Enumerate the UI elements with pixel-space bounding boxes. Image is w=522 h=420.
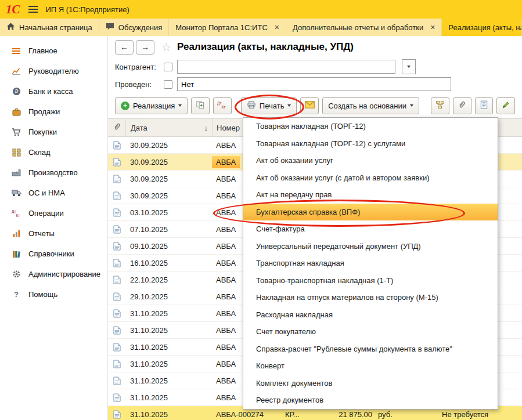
cell-number[interactable]: АВБА <box>216 376 236 385</box>
kontragent-dropdown-button[interactable] <box>402 59 416 74</box>
main-menu-icon[interactable] <box>28 4 38 15</box>
print-menu-item-3[interactable]: Акт об оказании услуг (с датой и автором… <box>243 169 498 187</box>
send-email-button[interactable] <box>300 97 319 114</box>
sidebar-item-11[interactable]: Администрирование <box>0 264 107 284</box>
cell-number[interactable]: АВБА <box>216 343 236 352</box>
sidebar-item-0[interactable]: Главное <box>0 41 107 61</box>
cell-date[interactable]: 30.09.2025 <box>125 158 213 166</box>
tab-3[interactable]: Дополнительные отчеты и обработки× <box>286 19 442 36</box>
cell-date[interactable]: 09.10.2025 <box>125 242 213 251</box>
sidebar-item-12[interactable]: ?Помощь <box>0 284 107 305</box>
cell-date[interactable]: 29.10.2025 <box>125 292 213 301</box>
cell-date[interactable]: 31.10.2025 <box>125 393 213 402</box>
related-documents-button[interactable] <box>431 97 449 114</box>
favorite-star-icon[interactable]: ☆ <box>161 41 171 54</box>
cell-number[interactable]: АВБА <box>216 309 236 318</box>
cell-number[interactable]: АВБА <box>216 191 236 200</box>
tab-close-icon[interactable]: × <box>430 23 435 31</box>
print-menu-item-1[interactable]: Товарная накладная (ТОРГ-12) с услугами <box>243 135 498 153</box>
cell-date[interactable]: 07.10.2025 <box>125 225 213 234</box>
cell-date[interactable]: 31.10.2025 <box>125 376 213 385</box>
sidebar-item-2[interactable]: ₽Банк и касса <box>0 81 107 102</box>
create-based-on-button[interactable]: Создать на основании <box>322 97 419 114</box>
kontragent-checkbox[interactable] <box>164 63 172 71</box>
print-menu-item-0[interactable]: Товарная накладная (ТОРГ-12) <box>243 118 498 135</box>
cell-number[interactable]: АВБА <box>216 225 236 234</box>
print-menu-item-6[interactable]: Счет-фактура <box>243 220 498 238</box>
list-report-icon <box>480 100 488 111</box>
cell-date[interactable]: 22.10.2025 <box>125 276 213 284</box>
print-menu-item-4[interactable]: Акт на передачу прав <box>243 186 498 204</box>
cell-number[interactable]: АВБА <box>216 175 236 183</box>
sidebar-item-8[interactable]: ДтКтОперации <box>0 203 107 223</box>
print-menu-item-16[interactable]: Реестр документов <box>243 392 498 409</box>
sidebar-item-9[interactable]: Отчеты <box>0 223 107 244</box>
proveden-input[interactable] <box>177 77 451 91</box>
register-report-button[interactable] <box>475 97 494 114</box>
cell-number[interactable]: АВБА <box>216 141 236 150</box>
cell-date[interactable]: 31.10.2025 <box>125 343 213 352</box>
cell-date[interactable]: 31.10.2025 <box>125 326 213 335</box>
cell-number[interactable]: АВБА-000274 <box>216 410 264 419</box>
cell-number[interactable]: АВБА <box>216 360 236 368</box>
cell-date[interactable]: 30.09.2025 <box>125 175 213 183</box>
sidebar-item-label: Склад <box>28 148 51 157</box>
tab-2[interactable]: Монитор Портала 1С:ИТС× <box>169 19 286 36</box>
cell-number[interactable]: АВБА <box>216 242 236 251</box>
sidebar-item-6[interactable]: Производство <box>0 162 107 183</box>
print-menu-item-8[interactable]: Транспортная накладная <box>243 255 498 272</box>
cell-number[interactable]: АВБА <box>216 276 236 284</box>
cell-counterparty[interactable]: КР... <box>285 410 329 419</box>
cell-currency[interactable]: руб. <box>372 410 401 419</box>
date-column-header[interactable]: Дата ↓ <box>126 119 213 136</box>
attachment-column-header[interactable] <box>108 119 126 136</box>
forward-button[interactable]: → <box>136 40 154 55</box>
tab-close-icon[interactable]: × <box>275 23 279 31</box>
print-menu-item-11[interactable]: Расходная накладная <box>243 306 498 324</box>
sign-button[interactable] <box>496 97 515 114</box>
sidebar-item-5[interactable]: Склад <box>0 142 107 162</box>
back-button[interactable]: ← <box>115 40 134 55</box>
cell-date[interactable]: 30.09.2025 <box>125 191 213 200</box>
post-document-button[interactable]: ДтКт <box>213 97 232 114</box>
cell-date[interactable]: 31.10.2025 <box>125 410 213 419</box>
tab-1[interactable]: Обсуждения <box>99 19 170 36</box>
proveden-checkbox[interactable] <box>164 80 172 89</box>
cell-number[interactable]: АВБА <box>216 259 236 267</box>
sidebar-item-3[interactable]: Продажи <box>0 102 107 122</box>
attachments-button[interactable] <box>453 97 471 114</box>
cell-number[interactable]: АВБА <box>216 208 236 217</box>
print-menu-item-12[interactable]: Счет покупателю <box>243 323 498 341</box>
print-menu-item-7[interactable]: Универсальный передаточный документ (УПД… <box>243 238 498 255</box>
cell-date[interactable]: 30.09.2025 <box>125 141 213 150</box>
cell-number[interactable]: АВБА <box>216 393 236 402</box>
print-menu-item-10[interactable]: Накладная на отпуск материалов на сторон… <box>243 289 498 306</box>
tab-4[interactable]: Реализация (акты, наклад <box>442 19 522 36</box>
sort-descending-icon: ↓ <box>204 124 208 132</box>
cell-number[interactable]: АВБА <box>216 326 236 335</box>
sidebar-item-1[interactable]: Руководителю <box>0 61 107 81</box>
cell-date[interactable]: 16.10.2025 <box>125 259 213 267</box>
print-menu-item-15[interactable]: Комплект документов <box>243 375 498 392</box>
kontragent-input[interactable] <box>177 60 395 74</box>
sidebar-item-10[interactable]: Справочники <box>0 244 107 264</box>
cell-invoice-status[interactable]: Не требуется <box>442 410 488 419</box>
print-menu-item-2[interactable]: Акт об оказании услуг <box>243 152 498 169</box>
print-menu-item-9[interactable]: Товарно-транспортная накладная (1-Т) <box>243 272 498 289</box>
cell-number[interactable]: АВБА <box>212 156 240 168</box>
sidebar-item-4[interactable]: Покупки <box>0 122 107 142</box>
cell-date[interactable]: 03.10.2025 <box>125 208 213 217</box>
tab-0[interactable]: Начальная страница <box>0 19 99 36</box>
cell-date[interactable]: 31.10.2025 <box>125 360 213 368</box>
sidebar-item-7[interactable]: ОС и НМА <box>0 183 107 203</box>
print-menu-item-13[interactable]: Справка-расчет "Рублевые суммы документа… <box>243 341 498 358</box>
cell-sum[interactable]: 21 875.00 <box>329 410 372 419</box>
svg-text:?: ? <box>14 291 18 299</box>
print-menu-item-5[interactable]: Бухгалтерская справка (ВПФ) <box>243 204 498 221</box>
print-button[interactable]: Печать <box>241 97 297 114</box>
create-realization-button[interactable]: + Реализация <box>115 97 188 114</box>
cell-number[interactable]: АВБА <box>216 292 236 301</box>
copy-document-button[interactable] <box>191 97 210 114</box>
cell-date[interactable]: 31.10.2025 <box>125 309 213 318</box>
print-menu-item-14[interactable]: Конверт <box>243 357 498 375</box>
